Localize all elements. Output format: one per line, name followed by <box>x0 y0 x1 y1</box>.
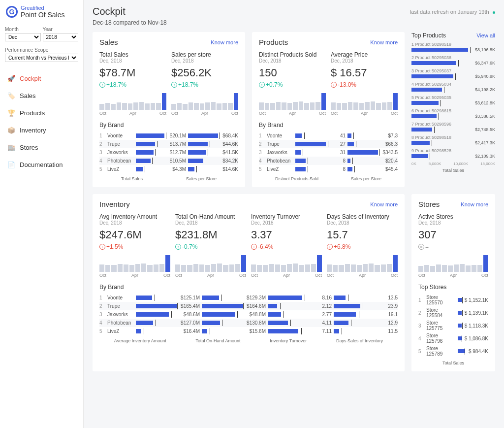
kpi-delta: ↓ +6.8% <box>327 243 398 250</box>
kpi: Active Stores Dec, 2018 307 = = OctAprOc… <box>418 213 488 278</box>
brand-row: 1 Voonte $20.1M $68.4K <box>99 132 238 140</box>
top-product-item: 2 Product 50295036 $6,347.6K <box>411 55 495 66</box>
brand-top: Greatified <box>21 5 65 11</box>
delta-icon: ↓ <box>331 82 337 88</box>
kpi-value: 3.37 <box>251 229 322 241</box>
delta-icon: ↑ <box>259 82 265 88</box>
kpi-sublabel: Dec, 2018 <box>331 58 398 64</box>
brand-row: 1 Voonte 41 $7.3 <box>259 132 398 140</box>
brand-row: 3 Jaxworks $12.7M $41.5K <box>99 148 238 157</box>
kpi-delta: ↑ +18.7% <box>171 81 238 88</box>
top-stores-label: Top Stores <box>418 284 488 291</box>
inventory-title: Inventory <box>99 200 130 208</box>
inventory-card: Inventory Know more Avg Inventory Amount… <box>93 194 405 371</box>
nav-item-products[interactable]: 🏆Products <box>0 104 83 122</box>
kpi-delta: ↓ -6.4% <box>251 243 322 250</box>
products-card: Products Know more Distinct Products Sol… <box>252 32 405 187</box>
view-all-link[interactable]: View all <box>476 33 495 38</box>
kpi: Distinct Products Sold Dec, 2018 150 ↑ +… <box>259 51 326 116</box>
month-label: Month <box>5 27 41 32</box>
kpi-delta: ↑ +18.7% <box>99 81 166 88</box>
store-row: 3 Store 125775 $ 1,118.3K <box>418 319 488 332</box>
kpi-value: $ 16.57 <box>331 66 398 79</box>
nav-item-stores[interactable]: 🏬Stores <box>0 139 83 156</box>
brand-row: 3 Jaxworks $48.6M$48.8M2.7719.1 <box>99 310 398 319</box>
stores-footer: Total Sales <box>418 361 488 365</box>
month-year-filter: Month Dec Year 2018 <box>0 24 83 44</box>
kpi: Days Sales of Inventory Dec, 2018 15.7 ↓… <box>327 213 398 278</box>
sales-bybrand-label: By Brand <box>99 122 238 129</box>
main-content: Cockpit last data refresh on January 19t… <box>84 0 504 428</box>
kpi-sublabel: Dec, 2018 <box>175 220 246 226</box>
inventory-know-more-link[interactable]: Know more <box>370 201 398 207</box>
top-product-item: 5 Product 50295035 $3,612.8K <box>411 95 495 105</box>
brand-row: 2 Trupe $165.4M$164.6M2.1223.9 <box>99 302 398 310</box>
kpi-label: Total Sales <box>99 51 166 58</box>
nav-label: Inventory <box>20 127 46 134</box>
kpi: Inventory Turnover Dec, 2018 3.37 ↓ -6.4… <box>251 213 322 278</box>
page-subtitle: Dec-18 compared to Nov-18 <box>93 19 495 26</box>
kpi-label: Total On-Hand Amount <box>175 213 246 220</box>
kpi: Avg Inventory Amount Dec, 2018 $247.6M ↓… <box>99 213 170 278</box>
kpi-value: $247.6M <box>99 229 170 241</box>
products-know-more-link[interactable]: Know more <box>370 39 398 45</box>
kpi-label: Distinct Products Sold <box>259 51 326 58</box>
nav-item-cockpit[interactable]: 🚀Cockpit <box>0 70 83 87</box>
brand-row: 4 Photobean $10.5M $34.2K <box>99 157 238 165</box>
stores-card: Stores Know more Active Stores Dec, 2018… <box>411 194 495 371</box>
kpi-sublabel: Dec, 2018 <box>251 220 322 226</box>
delta-icon: ↑ <box>99 82 105 88</box>
top-products-footer: Total Sales <box>411 168 495 173</box>
kpi-sublabel: Dec, 2018 <box>99 58 166 64</box>
box-icon: 📦 <box>8 127 15 134</box>
kpi: Total Sales Dec, 2018 $78.7M ↑ +18.7% Oc… <box>99 51 166 116</box>
top-products-title: Top Products <box>411 32 446 39</box>
brand-row: 3 Jaxworks 31 $343.5 <box>259 148 398 157</box>
brand-row: 5 LiveZ $16.4M$15.6M7.1111.5 <box>99 327 398 335</box>
kpi-value: 307 <box>418 229 488 241</box>
scope-select[interactable]: Current Month vs Previous Month <box>5 54 78 62</box>
delta-icon: = <box>418 244 424 250</box>
nav-item-sales[interactable]: 🏷️Sales <box>0 87 83 104</box>
kpi-delta: = = <box>418 243 488 250</box>
kpi-value: $78.7M <box>99 66 166 79</box>
kpi-label: Days Sales of Inventory <box>327 213 398 220</box>
kpi-delta: ↓ +1.5% <box>99 243 170 250</box>
year-select[interactable]: 2018 <box>43 33 79 41</box>
scope-label: Performance Scope <box>5 47 78 53</box>
top-product-item: 7 Product 50298596 $2,748.5K <box>411 122 495 132</box>
nav-item-documentation[interactable]: 📄Documentation <box>0 156 83 173</box>
sales-know-more-link[interactable]: Know more <box>211 39 238 45</box>
store-row: 4 Store 125796 $ 1,086.8K <box>418 332 488 345</box>
kpi-label: Average Price <box>331 51 398 58</box>
store-row: 5 Store 125789 $ 984.4K <box>418 345 488 358</box>
kpi: Total On-Hand Amount Dec, 2018 $231.8M ↑… <box>175 213 246 278</box>
nav-label: Products <box>20 109 45 117</box>
trophy-icon: 🏆 <box>8 110 15 117</box>
kpi-label: Active Stores <box>418 213 488 220</box>
nav-item-inventory[interactable]: 📦Inventory <box>0 122 83 139</box>
stores-know-more-link[interactable]: Know more <box>461 201 488 207</box>
top-product-item: 3 Product 50295037 $5,940.8K <box>411 68 495 79</box>
doc-icon: 📄 <box>8 162 15 168</box>
tag-icon: 🏷️ <box>8 93 15 99</box>
kpi-value: $231.8M <box>175 229 246 241</box>
mini-bar-chart <box>331 93 398 110</box>
delta-icon: ↓ <box>251 244 257 250</box>
brand-row: 5 LiveZ $4.3M $14.6K <box>99 165 238 173</box>
kpi-sublabel: Dec, 2018 <box>99 220 170 226</box>
top-product-item: 1 Product 50298519 $8,196.8K <box>411 42 495 52</box>
nav: 🚀Cockpit🏷️Sales🏆Products📦Inventory🏬Store… <box>0 70 83 173</box>
brand-row: 4 Photobean 8 $20.4 <box>259 157 398 165</box>
kpi-sublabel: Dec, 2018 <box>259 58 326 64</box>
year-label: Year <box>43 27 79 32</box>
top-product-item: 8 Product 50298518 $2,417.3K <box>411 135 495 145</box>
top-products-panel: Top Products View all 1 Product 50298519… <box>411 32 495 187</box>
page-title: Cockpit <box>93 6 126 17</box>
mini-bar-chart <box>171 93 238 110</box>
kpi-delta: ↑ +0.7% <box>259 81 326 88</box>
kpi-value: $256.2K <box>171 66 238 79</box>
month-select[interactable]: Dec <box>5 33 41 41</box>
kpi-delta: ↓ -13.0% <box>331 81 398 88</box>
kpi-value: 15.7 <box>327 229 398 241</box>
